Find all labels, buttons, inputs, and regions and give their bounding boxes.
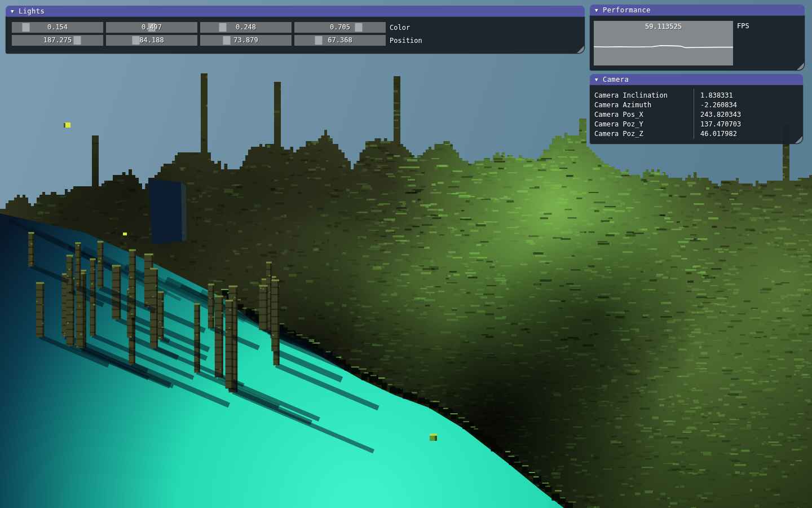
slider-value: 0.705 — [294, 22, 386, 33]
camera-row-value: 46.017982 — [694, 130, 737, 138]
collapse-triangle-icon[interactable]: ▼ — [595, 77, 598, 82]
lights-panel: ▼ Lights 0.154 0.497 0.248 0.705 Color — [6, 6, 585, 54]
slider-color-r[interactable]: 0.154 — [12, 22, 103, 33]
slider-position-x[interactable]: 187.275 — [12, 35, 103, 46]
slider-value: 0.248 — [200, 22, 292, 33]
performance-panel-title: Performance — [603, 6, 651, 14]
slider-value: 84.188 — [106, 35, 197, 46]
slider-color-b[interactable]: 0.248 — [200, 22, 292, 33]
camera-separator — [694, 89, 694, 139]
lights-panel-title: Lights — [19, 7, 45, 15]
resize-grip[interactable] — [577, 46, 584, 53]
slider-value: 187.275 — [12, 35, 103, 46]
slider-color-a[interactable]: 0.705 — [294, 22, 386, 33]
camera-row-value: 137.470703 — [694, 120, 741, 128]
camera-row-poz-y[interactable]: Camera Poz_Y 137.470703 — [590, 119, 803, 129]
color-row-label: Color — [390, 24, 410, 32]
camera-row-label: Camera Pos_X — [594, 111, 694, 119]
fps-value: 59.113525 — [594, 23, 733, 30]
camera-row-inclination[interactable]: Camera Inclination 1.838331 — [590, 90, 803, 100]
camera-row-label: Camera Azimuth — [594, 101, 694, 109]
slider-position-z[interactable]: 73.879 — [200, 35, 292, 46]
lights-titlebar[interactable]: ▼ Lights — [6, 6, 585, 17]
collapse-triangle-icon[interactable]: ▼ — [595, 8, 598, 13]
light-position-row: 187.275 84.188 73.879 67.368 Position — [12, 35, 585, 46]
camera-row-value: 1.838331 — [694, 91, 733, 99]
camera-row-label: Camera Poz_Z — [594, 130, 694, 138]
camera-titlebar[interactable]: ▼ Camera — [590, 74, 803, 85]
camera-row-poz-z[interactable]: Camera Poz_Z 46.017982 — [590, 129, 803, 138]
position-row-label: Position — [390, 37, 422, 45]
performance-titlebar[interactable]: ▼ Performance — [590, 5, 805, 16]
camera-row-label: Camera Poz_Y — [594, 120, 694, 128]
slider-value: 67.368 — [294, 35, 386, 46]
camera-row-azimuth[interactable]: Camera Azimuth -2.260834 — [590, 100, 803, 110]
collapse-triangle-icon[interactable]: ▼ — [11, 9, 14, 14]
camera-row-pos-x[interactable]: Camera Pos_X 243.820343 — [590, 110, 803, 119]
performance-panel: ▼ Performance 59.113525 FPS — [590, 5, 805, 71]
slider-position-w[interactable]: 67.368 — [294, 35, 386, 46]
performance-panel-body: 59.113525 FPS — [590, 16, 805, 71]
slider-value: 0.154 — [12, 22, 103, 33]
resize-grip[interactable] — [797, 63, 804, 70]
camera-row-value: -2.260834 — [694, 101, 737, 109]
camera-panel-title: Camera — [603, 76, 629, 84]
camera-row-value: 243.820343 — [694, 111, 741, 119]
light-color-row: 0.154 0.497 0.248 0.705 Color — [12, 22, 585, 33]
lights-panel-body: 0.154 0.497 0.248 0.705 Color 187.275 — [6, 17, 585, 54]
slider-color-g[interactable]: 0.497 — [106, 22, 197, 33]
camera-panel-body: Camera Inclination 1.838331 Camera Azimu… — [590, 85, 803, 144]
fps-label: FPS — [737, 22, 749, 30]
camera-row-label: Camera Inclination — [594, 91, 694, 99]
fps-graph-line — [594, 46, 733, 48]
fps-graph: 59.113525 — [594, 21, 733, 65]
slider-position-y[interactable]: 84.188 — [106, 35, 197, 46]
slider-value: 73.879 — [200, 35, 292, 46]
camera-panel: ▼ Camera Camera Inclination 1.838331 Cam… — [590, 74, 803, 144]
slider-value: 0.497 — [106, 22, 197, 33]
